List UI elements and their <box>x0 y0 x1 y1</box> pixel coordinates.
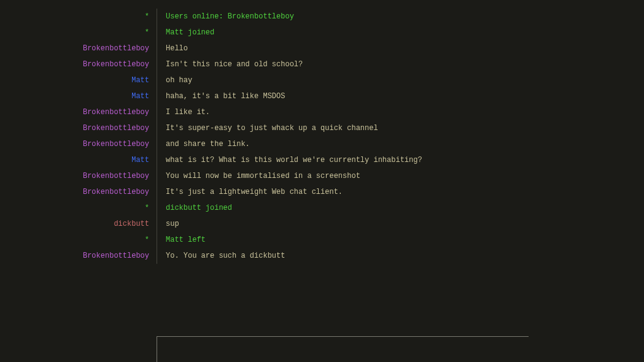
nickname: Brokenbottleboy <box>0 184 157 200</box>
chat-row: *Matt joined <box>0 25 644 40</box>
nickname: Matt <box>0 152 157 168</box>
chat-input[interactable] <box>157 337 529 362</box>
chat-row: BrokenbottleboyYou will now be immortali… <box>0 168 644 184</box>
separator <box>157 136 157 152</box>
chat-row: Matthaha, it's a bit like MSDOS <box>0 88 644 104</box>
chat-message: Hello <box>157 40 188 56</box>
separator <box>157 152 157 168</box>
chat-window: *Users online: Brokenbottleboy*Matt join… <box>0 0 644 362</box>
system-message: Matt joined <box>157 25 214 40</box>
chat-message: Isn't this nice and old school? <box>157 56 303 72</box>
chat-row: Mattwhat is it? What is this world we're… <box>0 152 644 168</box>
separator <box>157 40 157 56</box>
nickname: Brokenbottleboy <box>0 56 157 72</box>
separator <box>157 248 157 264</box>
nickname: dickbutt <box>0 216 157 232</box>
system-marker: * <box>0 200 157 216</box>
nickname: Brokenbottleboy <box>0 136 157 152</box>
nickname: Brokenbottleboy <box>0 168 157 184</box>
separator <box>157 9 157 25</box>
separator <box>157 104 157 120</box>
chat-row: BrokenbottleboyI like it. <box>0 104 644 120</box>
chat-message: It's just a lightweight Web chat client. <box>157 184 343 200</box>
message-list: *Users online: Brokenbottleboy*Matt join… <box>0 0 644 336</box>
input-box <box>157 336 529 362</box>
chat-row: BrokenbottleboyIt's just a lightweight W… <box>0 184 644 200</box>
chat-message: haha, it's a bit like MSDOS <box>157 88 285 104</box>
chat-message: sup <box>157 216 179 232</box>
chat-message: I like it. <box>157 104 210 120</box>
separator <box>157 88 157 104</box>
separator <box>157 72 157 88</box>
nickname: Matt <box>0 88 157 104</box>
chat-message: You will now be immortalised in a screen… <box>157 168 360 184</box>
chat-message: Yo. You are such a dickbutt <box>157 248 285 264</box>
system-message: Users online: Brokenbottleboy <box>157 9 294 25</box>
input-spacer <box>0 336 157 362</box>
nickname: Brokenbottleboy <box>0 40 157 56</box>
chat-row: Mattoh hay <box>0 72 644 88</box>
separator <box>157 200 157 216</box>
separator <box>157 120 157 136</box>
system-marker: * <box>0 25 157 40</box>
separator <box>157 184 157 200</box>
chat-message: what is it? What is this world we're cur… <box>157 152 422 168</box>
chat-row: BrokenbottleboyIt's super-easy to just w… <box>0 120 644 136</box>
chat-row: *dickbutt joined <box>0 200 644 216</box>
chat-message: It's super-easy to just whack up a quick… <box>157 120 378 136</box>
nickname: Matt <box>0 72 157 88</box>
separator <box>157 168 157 184</box>
system-message: Matt left <box>157 232 206 248</box>
chat-row: *Matt left <box>0 232 644 248</box>
chat-row: BrokenbottleboyYo. You are such a dickbu… <box>0 248 644 264</box>
system-marker: * <box>0 232 157 248</box>
chat-row: Brokenbottleboyand share the link. <box>0 136 644 152</box>
system-marker: * <box>0 9 157 25</box>
chat-row: *Users online: Brokenbottleboy <box>0 9 644 25</box>
chat-row: BrokenbottleboyHello <box>0 40 644 56</box>
separator <box>157 216 157 232</box>
separator <box>157 56 157 72</box>
nickname: Brokenbottleboy <box>0 120 157 136</box>
chat-message: oh hay <box>157 72 192 88</box>
nickname: Brokenbottleboy <box>0 248 157 264</box>
chat-row: BrokenbottleboyIsn't this nice and old s… <box>0 56 644 72</box>
separator <box>157 232 157 248</box>
separator <box>157 25 157 40</box>
chat-row: dickbuttsup <box>0 216 644 232</box>
chat-message: and share the link. <box>157 136 250 152</box>
input-area <box>0 336 644 362</box>
system-message: dickbutt joined <box>157 200 232 216</box>
nickname: Brokenbottleboy <box>0 104 157 120</box>
